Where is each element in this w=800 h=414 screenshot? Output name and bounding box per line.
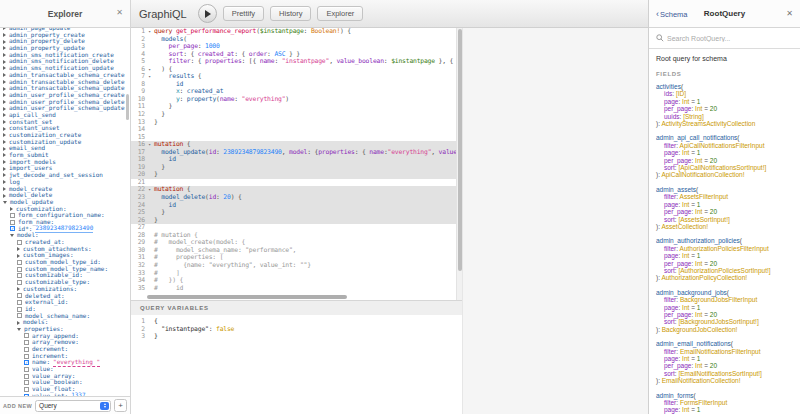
fold-arrow-icon[interactable]: ▾ [145, 186, 154, 194]
query-variables-editor[interactable]: 1{2 "instantpage": false3} [131, 315, 462, 414]
doc-field-name-link[interactable]: admin_authorization_policies [656, 237, 740, 244]
collapsed-arrow-icon[interactable] [3, 46, 6, 50]
unchecked-checkbox[interactable] [17, 260, 22, 265]
collapsed-arrow-icon[interactable] [3, 187, 6, 191]
checked-checkbox[interactable]: ✓ [24, 360, 29, 365]
doc-return-type-link[interactable]: ApiCallNotificationCollection! [661, 171, 744, 178]
editor-horizontal-scrollbar[interactable] [145, 295, 454, 299]
explorer-tree-item[interactable]: ✓value_int:1337 [0, 393, 130, 396]
tree-item-value-input[interactable]: "everything " [53, 359, 100, 367]
unchecked-checkbox[interactable] [24, 347, 29, 352]
collapsed-arrow-icon[interactable] [3, 107, 6, 111]
doc-field-name-link[interactable]: admin_api_call_notifications [656, 134, 737, 141]
explorer-tree-item[interactable]: ✓name:"everything " [0, 359, 130, 366]
doc-field-name-link[interactable]: admin_email_notifications [656, 340, 731, 347]
add-new-select[interactable]: Query [35, 400, 111, 412]
collapsed-arrow-icon[interactable] [3, 167, 6, 171]
collapsed-arrow-icon[interactable] [3, 87, 6, 91]
explorer-tree-item[interactable]: model_schema_name: [0, 313, 130, 320]
collapsed-arrow-icon[interactable] [17, 287, 20, 291]
editor-hscroll-thumb[interactable] [147, 295, 347, 299]
fold-arrow-icon[interactable]: ▾ [145, 28, 154, 36]
collapsed-arrow-icon[interactable] [3, 147, 6, 151]
unchecked-checkbox[interactable] [24, 367, 29, 372]
query-variables-title[interactable]: QUERY VARIABLES [131, 301, 462, 315]
collapsed-arrow-icon[interactable] [3, 60, 6, 64]
history-button[interactable]: History [270, 6, 311, 21]
explorer-close-icon[interactable]: ✕ [116, 9, 123, 17]
doc-arg-type-link[interactable]: BackgroundJobsFilterInput [680, 296, 757, 303]
collapsed-arrow-icon[interactable] [3, 180, 6, 184]
collapsed-arrow-icon[interactable] [17, 247, 20, 251]
fold-arrow-icon[interactable]: ▾ [145, 73, 154, 81]
doc-arg-type-link[interactable]: AssetsFilterInput [680, 193, 728, 200]
collapsed-arrow-icon[interactable] [3, 93, 6, 97]
unchecked-checkbox[interactable] [17, 267, 22, 272]
doc-arg-type-link[interactable]: AuthorizationPoliciesFilterInput [680, 245, 769, 252]
collapsed-arrow-icon[interactable] [3, 160, 6, 164]
collapsed-arrow-icon[interactable] [3, 66, 6, 70]
doc-back-link[interactable]: ‹Schema [656, 9, 688, 19]
unchecked-checkbox[interactable] [24, 354, 29, 359]
collapsed-arrow-icon[interactable] [3, 194, 6, 198]
unchecked-checkbox[interactable] [17, 307, 22, 312]
doc-search-input[interactable] [667, 35, 793, 42]
explorer-tree-item[interactable]: model: [0, 232, 130, 239]
unchecked-checkbox[interactable] [24, 340, 29, 345]
explorer-tree-item[interactable]: external_id: [0, 299, 130, 306]
doc-explorer-close-icon[interactable]: ✕ [786, 9, 793, 18]
collapsed-arrow-icon[interactable] [3, 73, 6, 77]
collapsed-arrow-icon[interactable] [3, 28, 6, 30]
collapsed-arrow-icon[interactable] [3, 33, 6, 37]
unchecked-checkbox[interactable] [24, 374, 29, 379]
query-editor[interactable]: 1▾query get_performance_report($instantp… [131, 28, 462, 300]
explorer-tree-item[interactable]: models: [0, 319, 130, 326]
doc-return-type-link[interactable]: AuthorizationPolicyCollection! [661, 274, 747, 281]
unchecked-checkbox[interactable] [24, 333, 29, 338]
doc-arg-type-link[interactable]: [BackgroundJobsSortInput!] [678, 318, 758, 325]
unchecked-checkbox[interactable] [17, 280, 22, 285]
fold-arrow-icon[interactable]: ▾ [145, 141, 154, 149]
editor-vscroll-thumb[interactable] [458, 29, 462, 271]
doc-arg-type-link[interactable]: [String] [683, 113, 704, 120]
fold-arrow-icon[interactable]: ▾ [145, 66, 154, 74]
tree-item-value-input[interactable]: 2389234879823490 [35, 225, 93, 233]
unchecked-checkbox[interactable] [17, 240, 22, 245]
doc-arg-type-link[interactable]: [AuthorizationPoliciesSortInput!] [678, 267, 770, 274]
collapsed-arrow-icon[interactable] [3, 53, 6, 57]
collapsed-arrow-icon[interactable] [3, 153, 6, 157]
doc-return-type-link[interactable]: EmailNotificationCollection! [662, 377, 741, 384]
explorer-scrollbar-thumb[interactable] [126, 94, 129, 120]
explorer-tree[interactable]: admin_page_updateadmin_property_createad… [0, 28, 130, 396]
prettify-button[interactable]: Prettify [223, 6, 264, 21]
collapsed-arrow-icon[interactable] [3, 80, 6, 84]
doc-arg-type-link[interactable]: FormsFilterInput [680, 399, 727, 406]
doc-arg-type-link[interactable]: [ApiCallNotificationsSortInput!] [678, 164, 766, 171]
doc-field-name-link[interactable]: admin_assets [656, 186, 696, 193]
collapsed-arrow-icon[interactable] [3, 113, 6, 117]
doc-return-type-link[interactable]: BackgroundJobCollection! [662, 326, 738, 333]
unchecked-checkbox[interactable] [17, 300, 22, 305]
expanded-arrow-icon[interactable] [10, 234, 14, 237]
doc-return-type-link[interactable]: ActivityStreamsActivityCollection [661, 120, 755, 127]
checked-checkbox[interactable]: ✓ [24, 394, 29, 396]
doc-field-name-link[interactable]: admin_forms [656, 392, 694, 399]
unchecked-checkbox[interactable] [17, 293, 22, 298]
collapsed-arrow-icon[interactable] [3, 120, 6, 124]
doc-arg-type-link[interactable]: EmailNotificationsFilterInput [680, 348, 761, 355]
unchecked-checkbox[interactable] [17, 313, 22, 318]
explorer-toggle-button[interactable]: Explorer [317, 6, 363, 21]
unchecked-checkbox[interactable] [24, 387, 29, 392]
collapsed-arrow-icon[interactable] [3, 100, 6, 104]
explorer-tree-item[interactable]: customizations: [0, 286, 130, 293]
expanded-arrow-icon[interactable] [3, 201, 7, 204]
doc-arg-type-link[interactable]: [EmailNotificationsSortInput!] [678, 370, 761, 377]
add-operation-button[interactable]: + [114, 399, 127, 412]
unchecked-checkbox[interactable] [17, 273, 22, 278]
editor-vertical-scrollbar[interactable] [456, 28, 462, 300]
doc-arg-type-link[interactable]: ApiCallNotificationsFilterInput [680, 142, 765, 149]
doc-field-name-link[interactable]: activities [656, 83, 681, 90]
checked-checkbox[interactable]: ✓ [10, 226, 15, 231]
collapsed-arrow-icon[interactable] [3, 133, 6, 137]
execute-button[interactable] [198, 4, 217, 23]
